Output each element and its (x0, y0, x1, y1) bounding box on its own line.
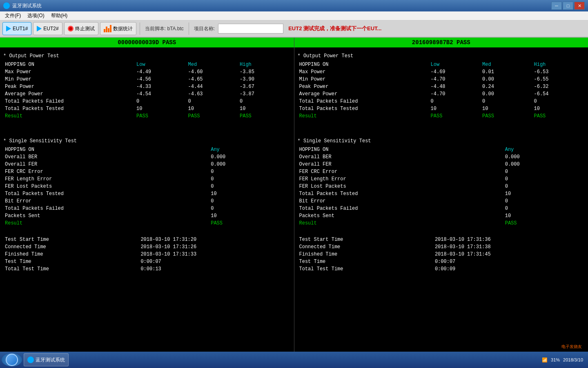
table-row: Packets Sent 10 (298, 213, 584, 219)
table-row: FER Lost Packets 0 (4, 183, 290, 190)
table-row: Total Packets Tested 10 10 10 (298, 105, 584, 112)
table-row: FER Length Error 0 (298, 176, 584, 182)
eut1-button[interactable]: EUT1# (2, 22, 31, 35)
table-row: Overall BER 0.000 (298, 154, 584, 160)
table-row: Average Power -4.70 0.00 -6.54 (298, 91, 584, 97)
table-row: Min Power -4.70 0.00 -6.55 (298, 76, 584, 83)
table-row: FER CRC Error 0 (4, 168, 290, 175)
toolbar: EUT1# EUT2# 终止测试 数据统计 当前脚本: bTA.btc 项目名称… (0, 20, 588, 38)
start-button[interactable] (2, 353, 22, 366)
separator (140, 22, 140, 35)
table-row-result: Result PASS PASS PASS (298, 113, 584, 119)
table-row: Connected Time 2018-03-10 17:31:26 (4, 244, 290, 250)
taskbar-app-icon (27, 357, 34, 363)
stop-label: 终止测试 (75, 25, 95, 32)
left-sensitivity-table: HOPPING ON Any Overall BER 0.000 Overall… (3, 146, 291, 227)
table-row: Average Power -4.54 -4.63 -3.87 (4, 91, 290, 97)
table-row: Min Power -4.56 -4.65 -3.90 (4, 76, 290, 83)
maximize-button[interactable]: □ (563, 2, 573, 10)
table-row: Bit Error 0 (4, 198, 290, 204)
table-row: Overall BER 0.000 (4, 154, 290, 160)
script-label: 当前脚本: bTA.btc (143, 25, 185, 32)
eut1-label: EUT1# (13, 26, 28, 31)
battery-percent: 31% (551, 357, 560, 362)
table-row: HOPPING ON Low Med High (298, 61, 584, 68)
window-controls: ─ □ ✕ (551, 2, 585, 10)
play-icon (6, 26, 11, 31)
title-bar: 蓝牙测试系统 ─ □ ✕ (0, 0, 588, 11)
table-row: FER CRC Error 0 (298, 168, 584, 175)
close-button[interactable]: ✕ (574, 2, 585, 10)
wifi-icon: 📶 (542, 357, 548, 363)
left-panel: 00000000039D PASS * Output Power Test HO… (0, 38, 294, 356)
right-sensitivity-title: * Single Sensitivity Test (298, 138, 585, 144)
menu-help[interactable]: 帮助(H) (48, 11, 71, 20)
right-timing-table: Test Start Time 2018-03-10 17:31:36 Conn… (298, 236, 585, 273)
separator2 (189, 22, 189, 35)
eut2-button[interactable]: EUT2# (33, 22, 62, 35)
table-row: Total Packets Tested 10 (4, 191, 290, 197)
table-row: Total Packets Tested 10 10 10 (4, 105, 290, 112)
taskbar-right: 📶 31% 2018/3/10 (542, 357, 586, 363)
table-row: Connected Time 2018-03-10 17:31:38 (298, 244, 584, 250)
stop-button[interactable]: 终止测试 (64, 22, 98, 35)
left-output-power-title: * Output Power Test (3, 53, 291, 59)
hopping-label: HOPPING ON (4, 61, 135, 68)
table-row: HOPPING ON Any (298, 146, 584, 153)
table-row-result: Result PASS PASS PASS (4, 113, 290, 119)
table-row: Test Time 0:00:07 (298, 258, 584, 265)
eut2-label: EUT2# (43, 26, 58, 31)
main-content: 00000000039D PASS * Output Power Test HO… (0, 38, 588, 356)
table-row: Packets Sent 10 (4, 213, 290, 219)
app-icon (3, 2, 10, 9)
table-row: Peak Power -4.48 0.24 -6.32 (298, 83, 584, 90)
table-row: FER Lost Packets 0 (298, 183, 584, 190)
project-input[interactable] (218, 24, 283, 34)
corner-logo: 电子发烧友 (555, 342, 588, 352)
right-sensitivity-table: HOPPING ON Any Overall BER 0.000 Overall… (298, 146, 585, 227)
table-row: Finished Time 2018-03-10 17:31:45 (298, 251, 584, 258)
table-row: Total Test Time 0:00:09 (298, 266, 584, 272)
menu-bar: 文件(F) 选项(O) 帮助(H) (0, 11, 588, 20)
left-panel-content: * Output Power Test HOPPING ON Low Med H… (0, 47, 294, 277)
table-row: Finished Time 2018-03-10 17:31:33 (4, 251, 290, 258)
chart-icon (104, 25, 111, 32)
table-row: Max Power -4.69 0.01 -6.53 (298, 69, 584, 75)
col-low: Low (136, 61, 186, 68)
table-row: Max Power -4.49 -4.60 -3.85 (4, 69, 290, 75)
table-row: Bit Error 0 (298, 198, 584, 204)
table-row: Peak Power -4.33 -4.44 -3.67 (4, 83, 290, 90)
table-row: Total Test Time 0:00:13 (4, 266, 290, 272)
taskbar: 蓝牙测试系统 📶 31% 2018/3/10 (0, 352, 588, 368)
taskbar-datetime: 2018/3/10 (563, 357, 583, 362)
play-icon-2 (37, 26, 42, 31)
right-panel-header: 2016098987B2 PASS (294, 38, 588, 47)
table-row-result: Result PASS (4, 220, 290, 227)
table-row: Total Packets Failed 0 0 0 (4, 98, 290, 105)
taskbar-app-label: 蓝牙测试系统 (36, 357, 65, 364)
table-row: Test Start Time 2018-03-10 17:31:20 (4, 236, 290, 243)
stats-label: 数据统计 (113, 25, 133, 32)
taskbar-app[interactable]: 蓝牙测试系统 (24, 353, 69, 366)
col-med: Med (187, 61, 238, 68)
table-row: HOPPING ON Low Med High (4, 61, 290, 68)
left-sensitivity-title: * Single Sensitivity Test (3, 138, 291, 144)
stats-button[interactable]: 数据统计 (100, 22, 136, 35)
project-label: 项目名称: (192, 25, 216, 32)
table-row: Total Packets Failed 0 0 0 (298, 98, 584, 105)
menu-file[interactable]: 文件(F) (2, 11, 24, 20)
stop-icon (69, 27, 72, 30)
right-output-power-title: * Output Power Test (298, 53, 585, 59)
table-row: FER Length Error 0 (4, 176, 290, 182)
table-row: Test Time 0:00:07 (4, 258, 290, 265)
menu-options[interactable]: 选项(O) (24, 11, 47, 20)
right-output-power-table: HOPPING ON Low Med High Max Power -4.69 … (298, 61, 585, 120)
status-text: EUT2 测试完成，准备测试下一个EUT... (285, 25, 385, 32)
table-row: Overall FER 0.000 (4, 161, 290, 168)
table-row: Total Packets Failed 0 (298, 205, 584, 212)
table-row: Total Packets Failed 0 (4, 205, 290, 212)
table-row: Test Start Time 2018-03-10 17:31:36 (298, 236, 584, 243)
minimize-button[interactable]: ─ (551, 2, 562, 10)
table-row: HOPPING ON Any (4, 146, 290, 153)
left-panel-header: 00000000039D PASS (0, 38, 294, 47)
